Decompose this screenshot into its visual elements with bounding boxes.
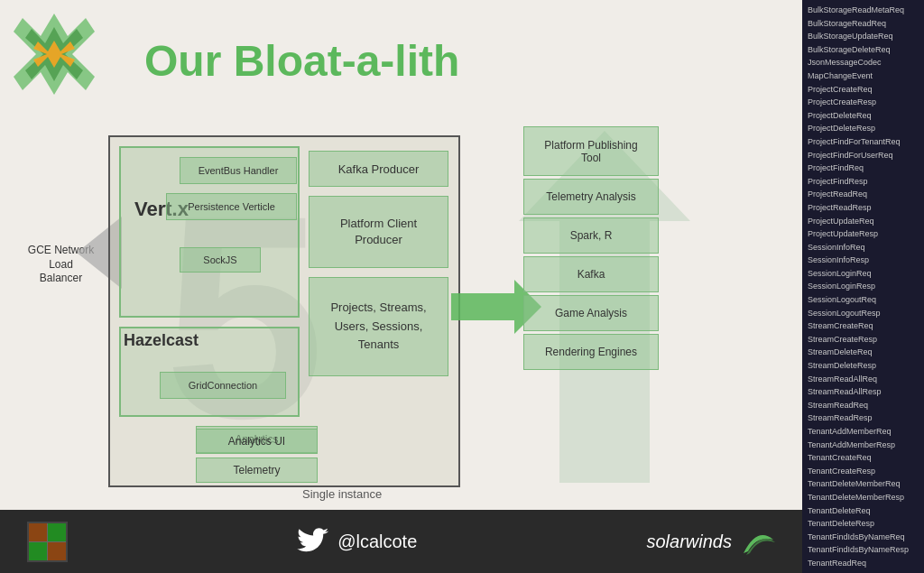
page-title: Our Bloat-a-lith: [144, 36, 459, 86]
kafka-producer-box: Kafka Producer: [309, 151, 448, 187]
sidebar-item: ProjectUpdateReq: [804, 215, 922, 228]
sidebar-item: SessionLoginReq: [804, 267, 922, 281]
diagram: GCE Network Load Balancer 5 Vert.x Event…: [27, 126, 776, 514]
sidebar-item: StreamDeleteReq: [804, 346, 922, 359]
sidebar-item: BulkStorageUpdateReq: [804, 30, 922, 43]
minecraft-icon: [27, 522, 68, 562]
sidebar-item: BulkStorageReadMetaReq: [804, 4, 922, 17]
service-box-4: Game Analysis: [523, 295, 659, 331]
service-box-2: Spark, R: [523, 217, 659, 254]
twitter-icon: [297, 528, 328, 555]
sidebar-item: ProjectDeleteResp: [804, 122, 922, 135]
sidebar-item: SessionLogoutResp: [804, 307, 922, 320]
sidebar: BulkStorageReadMetaReqBulkStorageReadReq…: [802, 0, 924, 573]
telemetry-box: Telemetry: [196, 457, 318, 483]
persistence-box: Persistence Verticle: [166, 193, 297, 220]
bottom-bar: @lcalcote solarwinds: [0, 510, 802, 573]
sidebar-item: ProjectCreateReq: [804, 83, 922, 97]
service-box-5: Rendering Engines: [523, 334, 659, 370]
sidebar-item: ProjectFindForUserReq: [804, 149, 922, 162]
sidebar-item: StreamReadAllReq: [804, 373, 922, 386]
sidebar-item: BulkStorageReadReq: [804, 17, 922, 31]
sidebar-item: TenantDeleteMemberResp: [804, 491, 922, 504]
sidebar-item: StreamDeleteResp: [804, 359, 922, 373]
solarwinds-icon: [739, 526, 775, 558]
sidebar-item: TenantFindIdsByNameReq: [804, 531, 922, 544]
monolith-box: 5 Vert.x EventBus Handler Persistence Ve…: [108, 135, 460, 487]
sidebar-item: TenantReadReq: [804, 557, 922, 570]
sidebar-item: TenantDeleteMemberReq: [804, 477, 922, 491]
sidebar-item: ProjectDeleteReq: [804, 109, 922, 123]
hazelcast-label: Hazelcast: [124, 331, 199, 350]
sidebar-item: StreamCreateReq: [804, 319, 922, 333]
sidebar-item: BulkStorageDeleteReq: [804, 43, 922, 57]
sidebar-item: ProjectReadResp: [804, 201, 922, 215]
sidebar-item: TenantDeleteResp: [804, 517, 922, 531]
projects-box: Projects, Streams, Users, Sessions, Tena…: [309, 277, 448, 376]
sidebar-item: MapChangeEvent: [804, 69, 922, 83]
service-box-1: Telemetry Analysis: [523, 179, 659, 215]
sidebar-item: SessionLogoutReq: [804, 293, 922, 307]
single-instance-label: Single instance: [302, 487, 382, 501]
twitter-section: @lcalcote: [297, 528, 417, 555]
brand-name: solarwinds: [647, 531, 732, 552]
sidebar-item: TenantDeleteReq: [804, 504, 922, 518]
sidebar-item: TenantAddMemberResp: [804, 439, 922, 452]
sidebar-item: SessionLoginResp: [804, 280, 922, 293]
sidebar-item: TenantCreateReq: [804, 451, 922, 465]
service-box-0: Platform PublishingTool: [523, 126, 659, 176]
platform-client-box: Platform Client Producer: [309, 196, 448, 268]
twitter-handle: @lcalcote: [337, 531, 417, 552]
sidebar-item: StreamCreateResp: [804, 333, 922, 347]
solarwinds-section: solarwinds: [647, 526, 775, 558]
analytics-ui-box: Analytics UI: [196, 429, 318, 454]
sidebar-item: ProjectCreateResp: [804, 96, 922, 109]
sidebar-item: ProjectUpdateResp: [804, 227, 922, 241]
sidebar-item: TenantAddMemberReq: [804, 425, 922, 439]
sockjs-box: SockJS: [180, 247, 261, 273]
sidebar-item: SessionInfoResp: [804, 254, 922, 267]
eventbus-box: EventBus Handler: [180, 157, 297, 184]
sidebar-item: ProjectFindResp: [804, 175, 922, 189]
sidebar-item: SessionInfoReq: [804, 241, 922, 254]
sidebar-item: TenantCreateResp: [804, 465, 922, 478]
sidebar-item: StreamReadReq: [804, 399, 922, 412]
main-content: Our Bloat-a-lith GCE Network Load Balanc…: [0, 0, 802, 573]
sidebar-item: ProjectReadReq: [804, 188, 922, 201]
sidebar-item: JsonMessageCodec: [804, 56, 922, 69]
sidebar-item: ProjectFindForTenantReq: [804, 135, 922, 149]
service-box-3: Kafka: [523, 256, 659, 292]
sidebar-item: TenantReadResp: [804, 570, 922, 573]
sidebar-item: StreamReadResp: [804, 411, 922, 425]
gridconn-box: GridConnection: [160, 372, 286, 399]
logo: [9, 9, 99, 99]
sidebar-item: TenantFindIdsByNameResp: [804, 543, 922, 557]
services-stack: Platform PublishingTool Telemetry Analys…: [523, 126, 663, 373]
sidebar-item: ProjectFindReq: [804, 162, 922, 175]
vertx-box: Vert.x EventBus Handler Persistence Vert…: [119, 146, 300, 318]
sidebar-item: StreamReadAllResp: [804, 385, 922, 399]
